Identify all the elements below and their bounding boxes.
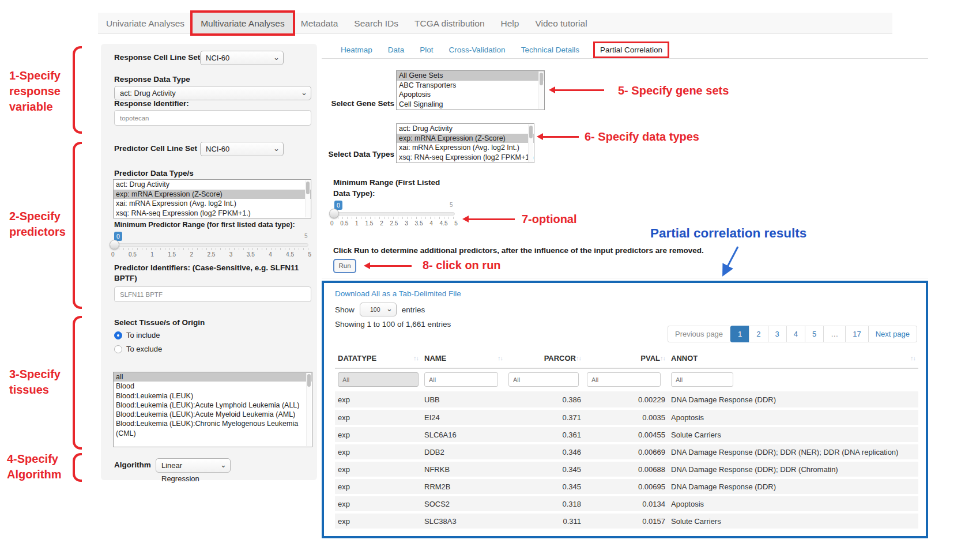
sort-icon[interactable]: ↑↓ [413,354,419,361]
listbox-option[interactable]: Blood:Leukemia (LEUK):Acute Lymphoid Leu… [114,401,312,410]
column-header-parcor[interactable]: PARCOR↑↓ [506,350,584,368]
chevron-down-icon: ⌄ [273,142,280,155]
column-header-annot[interactable]: ANNOT↑↓ [668,350,918,368]
nav-item[interactable]: Metadata [293,13,346,33]
listbox-option[interactable]: xsq: RNA-seq Expression (log2 FPKM+1.) [114,209,311,218]
tab[interactable]: Technical Details [521,46,579,54]
annotation-arrow-blue [714,244,744,280]
table-row: exp RRM2B 0.345 0.00695 DNA Damage Respo… [335,478,918,495]
listbox-option[interactable]: Blood:Leukemia (LEUK):Chronic Myelogenou… [114,419,312,438]
response-cell-line-set-select[interactable]: NCI-60 ⌄ [200,51,284,65]
radio-to-include[interactable]: To include [114,331,160,339]
annotation-bracket-3 [73,316,82,450]
predictor-data-types-listbox[interactable]: act: Drug Activityexp: mRNA Expression (… [113,179,311,218]
annotation-arrow-5 [555,89,604,91]
gene-sets-listbox[interactable]: All Gene SetsABC TransportersApoptosisCe… [396,70,545,110]
scrollbar[interactable] [306,373,311,446]
page-number-button[interactable]: 17 [845,326,868,342]
listbox-option[interactable]: xai: mRNA Expression (Avg. log2 Int.) [114,199,311,209]
predictor-cell-line-set-select[interactable]: NCI-60 ⌄ [200,142,284,156]
listbox-option[interactable]: act: Drug Activity [397,124,534,134]
slider-max-label: 5 [450,202,453,208]
cell-datatype: exp [335,443,421,461]
sort-icon[interactable]: ↑↓ [576,354,581,361]
page-number-button[interactable]: 4 [786,326,805,342]
cell-annot: DNA Damage Response (DDR) [668,391,918,409]
run-button[interactable]: Run [333,259,356,273]
min-range-slider[interactable] [333,212,455,216]
tab[interactable]: Partial Correlation [595,43,668,56]
tab[interactable]: Heatmap [341,46,372,54]
listbox-option[interactable]: Apoptosis [397,90,544,100]
min-predictor-range-slider[interactable] [114,243,308,247]
annotation-arrow-6 [543,136,579,138]
tissue-listbox[interactable]: allBloodBlood:Leukemia (LEUK)Blood:Leuke… [113,372,312,447]
page-size-select[interactable]: 100 ⌄ [360,303,397,316]
listbox-option[interactable]: exp: mRNA Expression (Z-Score) [397,134,534,144]
cell-parcor: 0.345 [506,478,584,495]
page-number-button[interactable]: 5 [805,326,824,342]
tab[interactable]: Plot [420,46,433,54]
column-header-pval[interactable]: PVAL↑↓ [584,350,668,368]
listbox-option[interactable]: xsq: RNA-seq Expression (log2 FPKM+1.) [397,153,534,163]
nav-item[interactable]: TCGA distribution [406,13,492,33]
listbox-option[interactable]: ABC Transporters [397,81,544,90]
sort-icon[interactable]: ↑↓ [660,354,665,361]
sort-icon[interactable]: ↑↓ [497,354,503,361]
filter-input-name[interactable] [424,372,498,387]
data-types-listbox[interactable]: act: Drug Activityexp: mRNA Expression (… [396,123,534,163]
scrollbar-thumb[interactable] [529,126,533,138]
listbox-option[interactable]: exp: mRNA Expression (Z-Score) [114,190,311,199]
listbox-option[interactable]: Cell Signaling [397,100,544,110]
tab[interactable]: Data [388,46,405,54]
listbox-option[interactable]: xai: mRNA Expression (Avg. log2 Int.) [397,143,534,153]
download-link[interactable]: Download All as a Tab-Delimited File [335,289,461,298]
scrollbar[interactable] [528,124,533,162]
cell-name: RRM2B [421,478,506,495]
results-tabs: HeatmapDataPlotCross-ValidationTechnical… [322,41,928,59]
scrollbar[interactable] [538,71,544,109]
nav-item[interactable]: Video tutorial [527,13,595,33]
scrollbar[interactable] [305,180,310,217]
page-number-button[interactable]: … [823,326,846,342]
nav-item[interactable]: Univariate Analyses [98,13,193,33]
filter-input-parcor[interactable] [508,372,579,387]
radio-button-icon[interactable] [114,331,122,339]
page-number-button[interactable]: 1 [730,326,749,342]
radio-button-icon[interactable] [114,345,122,353]
filter-input-annot[interactable] [671,372,733,387]
listbox-option[interactable]: Blood:Leukemia (LEUK) [114,391,312,401]
nav-item[interactable]: Search IDs [346,13,406,33]
listbox-option[interactable]: act: Drug Activity [114,180,311,190]
radio-to-exclude[interactable]: To exclude [114,345,162,353]
table-row: exp SLC38A3 0.311 0.0157 Solute Carriers [335,512,918,530]
scrollbar-thumb[interactable] [540,73,543,85]
response-identifier-input[interactable] [114,110,311,126]
tab[interactable]: Cross-Validation [449,46,506,54]
tick-label: 1 [355,220,359,227]
listbox-option[interactable]: Blood:Leukemia (LEUK):Acute Myeloid Leuk… [114,410,312,419]
column-header-datatype[interactable]: DATATYPE↑↓ [335,350,421,368]
predictor-identifiers-input[interactable] [114,286,311,302]
sort-icon[interactable]: ↑↓ [910,354,915,361]
listbox-option[interactable]: All Gene Sets [397,71,544,81]
page-number-button[interactable]: 3 [768,326,787,342]
filter-input-datatype[interactable] [338,372,419,387]
listbox-option[interactable]: Blood [114,382,312,391]
response-data-type-select[interactable]: act: Drug Activity ⌄ [114,86,311,100]
next-page-button[interactable]: Next page [868,326,917,342]
tick-label: 5 [454,220,458,227]
filter-input-pval[interactable] [587,372,661,387]
scrollbar-thumb[interactable] [306,182,310,194]
algorithm-select[interactable]: Linear Regression ⌄ [156,458,231,473]
column-header-name[interactable]: NAME↑↓ [421,350,506,368]
page-number-button[interactable]: 2 [749,326,768,342]
scrollbar-thumb[interactable] [307,374,311,387]
showing-entries-text: Showing 1 to 100 of 1,661 entries [335,320,451,329]
nav-item[interactable]: Help [493,13,527,33]
chevron-down-icon: ⌄ [273,51,280,64]
previous-page-button[interactable]: Previous page [668,326,730,342]
cell-datatype: exp [335,426,421,443]
nav-item[interactable]: Multivariate Analyses [193,13,293,33]
listbox-option[interactable]: all [114,372,312,382]
